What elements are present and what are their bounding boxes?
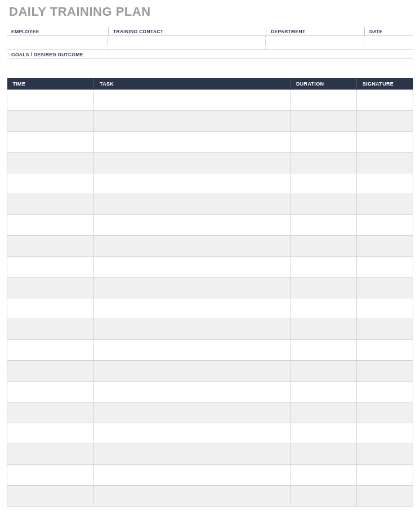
time-cell[interactable]	[7, 153, 94, 173]
task-cell[interactable]	[94, 277, 291, 298]
signature-cell[interactable]	[357, 153, 413, 173]
duration-cell[interactable]	[291, 361, 357, 382]
contact-value[interactable]	[108, 36, 266, 50]
task-cell[interactable]	[94, 319, 291, 340]
duration-cell[interactable]	[291, 444, 357, 465]
time-cell[interactable]	[7, 486, 94, 507]
signature-cell[interactable]	[357, 277, 413, 298]
task-cell[interactable]	[94, 90, 291, 111]
time-cell[interactable]	[7, 444, 94, 465]
task-cell[interactable]	[94, 153, 291, 173]
task-cell[interactable]	[94, 402, 291, 423]
duration-cell[interactable]	[291, 298, 357, 319]
time-cell[interactable]	[7, 298, 94, 319]
time-cell[interactable]	[7, 402, 94, 423]
table-row	[7, 382, 413, 402]
time-cell[interactable]	[7, 361, 94, 382]
signature-cell[interactable]	[357, 173, 413, 194]
table-row	[7, 402, 413, 423]
duration-cell[interactable]	[291, 402, 357, 423]
signature-cell[interactable]	[357, 90, 413, 111]
time-cell[interactable]	[7, 423, 94, 444]
employee-value[interactable]	[7, 36, 108, 50]
time-cell[interactable]	[7, 382, 94, 402]
duration-cell[interactable]	[291, 465, 357, 486]
goals-header: GOALS / DESIRED OUTCOME	[7, 50, 413, 59]
time-cell[interactable]	[7, 132, 94, 153]
time-cell[interactable]	[7, 173, 94, 194]
signature-cell[interactable]	[357, 319, 413, 340]
signature-column-header: SIGNATURE	[357, 78, 413, 90]
date-value[interactable]	[364, 36, 413, 50]
signature-cell[interactable]	[357, 236, 413, 257]
task-cell[interactable]	[94, 111, 291, 132]
duration-cell[interactable]	[291, 132, 357, 153]
time-cell[interactable]	[7, 215, 94, 236]
signature-cell[interactable]	[357, 215, 413, 236]
duration-cell[interactable]	[291, 277, 357, 298]
duration-cell[interactable]	[291, 382, 357, 402]
task-cell[interactable]	[94, 444, 291, 465]
table-row	[7, 132, 413, 153]
task-cell[interactable]	[94, 298, 291, 319]
task-cell[interactable]	[94, 215, 291, 236]
time-column-header: TIME	[7, 78, 94, 90]
time-cell[interactable]	[7, 465, 94, 486]
task-cell[interactable]	[94, 423, 291, 444]
signature-cell[interactable]	[357, 382, 413, 402]
table-row	[7, 298, 413, 319]
signature-cell[interactable]	[357, 111, 413, 132]
table-row	[7, 486, 413, 507]
time-cell[interactable]	[7, 90, 94, 111]
task-cell[interactable]	[94, 173, 291, 194]
signature-cell[interactable]	[357, 194, 413, 215]
task-cell[interactable]	[94, 361, 291, 382]
employee-header: EMPLOYEE	[7, 27, 108, 35]
time-cell[interactable]	[7, 319, 94, 340]
duration-cell[interactable]	[291, 340, 357, 361]
task-cell[interactable]	[94, 194, 291, 215]
signature-cell[interactable]	[357, 257, 413, 277]
duration-cell[interactable]	[291, 90, 357, 111]
signature-cell[interactable]	[357, 402, 413, 423]
table-row	[7, 361, 413, 382]
time-cell[interactable]	[7, 257, 94, 277]
info-section: EMPLOYEE TRAINING CONTACT DEPARTMENT DAT…	[7, 27, 413, 59]
signature-cell[interactable]	[357, 486, 413, 507]
duration-cell[interactable]	[291, 236, 357, 257]
task-cell[interactable]	[94, 236, 291, 257]
time-cell[interactable]	[7, 194, 94, 215]
table-row	[7, 257, 413, 277]
duration-cell[interactable]	[291, 153, 357, 173]
time-cell[interactable]	[7, 340, 94, 361]
table-row	[7, 153, 413, 173]
signature-cell[interactable]	[357, 361, 413, 382]
time-cell[interactable]	[7, 111, 94, 132]
duration-cell[interactable]	[291, 319, 357, 340]
info-headers-row: EMPLOYEE TRAINING CONTACT DEPARTMENT DAT…	[7, 27, 413, 36]
task-cell[interactable]	[94, 340, 291, 361]
duration-cell[interactable]	[291, 111, 357, 132]
signature-cell[interactable]	[357, 340, 413, 361]
signature-cell[interactable]	[357, 423, 413, 444]
duration-cell[interactable]	[291, 173, 357, 194]
task-cell[interactable]	[94, 382, 291, 402]
task-cell[interactable]	[94, 257, 291, 277]
task-cell[interactable]	[94, 486, 291, 507]
duration-cell[interactable]	[291, 486, 357, 507]
duration-cell[interactable]	[291, 194, 357, 215]
duration-cell[interactable]	[291, 215, 357, 236]
department-value[interactable]	[266, 36, 364, 50]
signature-cell[interactable]	[357, 444, 413, 465]
task-cell[interactable]	[94, 465, 291, 486]
duration-column-header: DURATION	[291, 78, 357, 90]
time-cell[interactable]	[7, 277, 94, 298]
contact-header: TRAINING CONTACT	[108, 27, 266, 35]
signature-cell[interactable]	[357, 132, 413, 153]
signature-cell[interactable]	[357, 298, 413, 319]
duration-cell[interactable]	[291, 257, 357, 277]
duration-cell[interactable]	[291, 423, 357, 444]
signature-cell[interactable]	[357, 465, 413, 486]
task-cell[interactable]	[94, 132, 291, 153]
time-cell[interactable]	[7, 236, 94, 257]
